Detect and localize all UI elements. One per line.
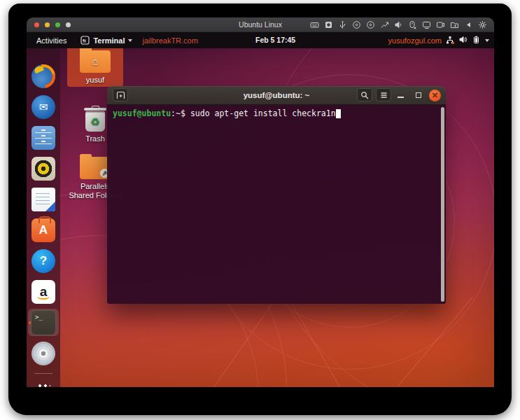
screenshot-canvas: Ubuntu Linux — [0, 0, 520, 420]
prompt-separator: : — [171, 108, 176, 118]
close-icon — [432, 92, 438, 99]
libreoffice-writer-icon — [31, 188, 55, 211]
system-tray[interactable]: yusufozgul.com — [388, 32, 489, 48]
help-question-glyph: ? — [40, 254, 47, 268]
amazon-icon: a — [31, 280, 55, 304]
minimize-icon — [398, 97, 404, 98]
chevron-down-icon — [128, 39, 132, 42]
chevron-down-icon — [485, 39, 489, 42]
maximize-icon — [416, 92, 421, 98]
cd-icon[interactable] — [352, 20, 361, 29]
thunderbird-icon: ✉ — [31, 95, 55, 119]
network-activity-icon[interactable] — [380, 20, 389, 29]
usb-icon[interactable] — [338, 20, 347, 29]
keyboard-icon[interactable] — [310, 20, 319, 29]
dock-item-firefox[interactable] — [28, 62, 59, 90]
terminal-window: yusuf@ubuntu: ~ yusuf@ubuntu:~$sudo apt-… — [107, 86, 446, 304]
ubuntu-desktop[interactable]: Activities Terminal jailbreakTR.com Feb … — [27, 32, 494, 387]
clock-button[interactable]: Feb 5 17:45 — [255, 32, 295, 48]
rhythmbox-icon — [31, 157, 55, 181]
display-icon[interactable] — [422, 20, 431, 29]
software-letter: A — [39, 223, 48, 237]
dock-item-amazon[interactable]: a — [28, 278, 59, 305]
camera-icon[interactable] — [436, 20, 445, 29]
prompt-symbol: $ — [181, 108, 185, 118]
show-applications-button[interactable] — [28, 380, 59, 387]
volume-icon — [458, 35, 468, 46]
hamburger-menu-icon — [380, 92, 388, 99]
desktop-icon-home-folder[interactable]: ⌂ yusuf — [67, 43, 123, 87]
search-icon — [360, 91, 369, 99]
terminal-scrollbar[interactable] — [441, 107, 444, 302]
terminal-icon: >_ — [31, 310, 56, 335]
terminal-maximize-button[interactable] — [414, 86, 423, 104]
volume-icon[interactable] — [394, 20, 403, 29]
cd-drive-icon — [31, 342, 55, 365]
desktop-icon-label: yusuf — [86, 76, 104, 84]
dock-item-libreoffice-writer[interactable] — [28, 186, 59, 213]
home-folder-icon: ⌂ — [80, 50, 111, 73]
gnome-topbar: Activities Terminal jailbreakTR.com Feb … — [27, 32, 494, 48]
parallels-vm-window: Ubuntu Linux — [27, 18, 494, 387]
mac-titlebar[interactable]: Ubuntu Linux — [27, 18, 494, 32]
dock-divider — [34, 373, 52, 374]
app-menu-terminal[interactable]: Terminal — [80, 36, 132, 45]
prompt-path: ~ — [176, 108, 181, 118]
menu-button[interactable] — [376, 88, 391, 102]
parallels-shared-folders-icon: ↗ — [80, 157, 111, 179]
app-menu-label: Terminal — [93, 36, 125, 45]
cpu-icon[interactable] — [324, 20, 333, 29]
activities-button[interactable]: Activities — [34, 36, 69, 45]
desktop-icon-label: Trash — [85, 134, 105, 143]
help-icon: ? — [31, 249, 55, 273]
files-icon — [31, 126, 55, 150]
network-share-icon — [446, 36, 454, 46]
terminal-titlebar[interactable]: yusuf@ubuntu: ~ — [107, 86, 446, 105]
dock-item-files[interactable] — [28, 124, 59, 151]
collapse-icon[interactable] — [464, 20, 473, 29]
envelope-glyph: ✉ — [39, 101, 48, 113]
terminal-prompt-glyph: >_ — [35, 314, 43, 321]
terminal-close-button[interactable] — [429, 90, 441, 102]
parallels-status-icons — [310, 20, 487, 29]
right-watermark-link[interactable]: yusufozgul.com — [388, 36, 442, 45]
battery-icon — [472, 36, 481, 46]
terminal-app-icon — [80, 36, 90, 45]
recycle-glyph: ♻ — [90, 115, 99, 128]
prompt-user-host: yusuf@ubuntu — [113, 108, 171, 118]
dock-item-thunderbird[interactable]: ✉ — [28, 93, 59, 120]
firefox-icon — [31, 64, 55, 88]
text-cursor — [336, 109, 341, 118]
terminal-body[interactable]: yusuf@ubuntu:~$sudo apt-get install chec… — [107, 105, 446, 304]
dock-item-cd-drive[interactable] — [28, 340, 59, 367]
dock-item-help[interactable]: ? — [28, 247, 59, 274]
search-button[interactable] — [357, 88, 372, 102]
terminal-minimize-button[interactable] — [395, 86, 405, 104]
show-applications-grid-icon — [36, 382, 50, 387]
typed-command: sudo apt-get install checkra1n — [190, 108, 336, 118]
trash-icon: ♻ — [85, 111, 105, 132]
shared-folder-icon[interactable] — [450, 20, 459, 29]
amazon-letter: a — [40, 284, 48, 300]
dock-item-rhythmbox[interactable] — [28, 155, 59, 182]
home-emblem-glyph: ⌂ — [80, 55, 111, 68]
ubuntu-software-icon: A — [31, 218, 55, 242]
left-watermark-link[interactable]: jailbreakTR.com — [142, 36, 197, 45]
cd-icon-2[interactable] — [366, 20, 375, 29]
dock: ✉ A ? a >_ — [27, 48, 60, 387]
dock-item-terminal[interactable]: >_ — [28, 309, 59, 336]
settings-gear-icon[interactable] — [478, 20, 487, 29]
dock-item-ubuntu-software[interactable]: A — [28, 216, 59, 244]
mouse-icon[interactable] — [408, 20, 417, 29]
